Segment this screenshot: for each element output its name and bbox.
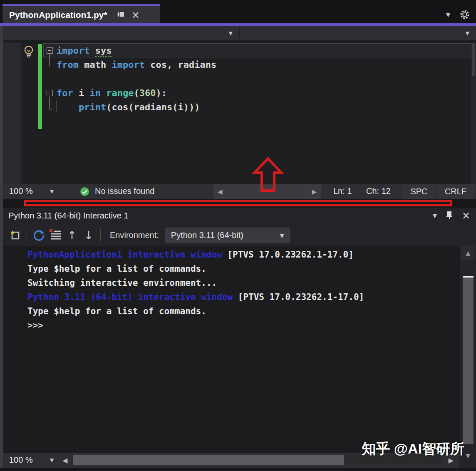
nav-project-dropdown[interactable]: ▼ [3, 26, 240, 40]
code-line[interactable]: from math import cos, radians [43, 57, 471, 72]
chevron-down-icon: ▼ [280, 233, 284, 239]
editor-zoom-level[interactable]: 100 % [9, 186, 33, 196]
close-icon[interactable]: × [131, 10, 140, 20]
close-icon[interactable]: × [462, 211, 470, 220]
environment-dropdown[interactable]: Python 3.11 (64-bit) ▼ [165, 228, 290, 243]
status-column-number[interactable]: Ch: 12 [366, 186, 391, 196]
scroll-up-icon[interactable]: ▲ [461, 246, 475, 260]
tab-pythonapplication1[interactable]: PythonApplication1.py* × [2, 4, 160, 23]
fold-extent-line [43, 72, 57, 86]
pin-icon[interactable] [445, 211, 454, 220]
gear-icon[interactable] [459, 9, 470, 20]
fold-extent-line [43, 100, 57, 114]
lightbulb-icon[interactable] [22, 45, 35, 58]
modified-lines-bar [38, 44, 42, 129]
code-lines: import sysfrom math import cos, radiansf… [43, 43, 471, 114]
window-left-edge [0, 26, 3, 468]
clear-screen-button[interactable] [47, 227, 64, 243]
nav-member-dropdown[interactable]: ▼ [240, 26, 476, 40]
tab-strip: PythonApplication1.py* × ▼ [0, 0, 476, 23]
editor-vertical-scrollbar-thumb[interactable] [472, 43, 475, 76]
code-line[interactable]: print(cos(radians(i))) [43, 100, 471, 114]
history-next-button[interactable]: ↓ [80, 227, 97, 243]
pin-icon[interactable] [117, 10, 126, 20]
scroll-left-icon[interactable]: ◀ [62, 456, 67, 464]
tab-title: PythonApplication1.py* [9, 10, 107, 20]
arrow-down-icon: ↓ [84, 229, 94, 242]
window-menu-chevron-icon[interactable]: ▼ [433, 213, 437, 219]
console-line: Switching interactive environment... [27, 276, 460, 290]
status-line-number[interactable]: Ln: 1 [333, 186, 352, 196]
chevron-down-icon: ▼ [229, 30, 233, 36]
no-issues-check-icon [80, 187, 89, 196]
code-text: import sys [57, 45, 112, 56]
breakpoint-gutter[interactable] [3, 42, 21, 184]
console-scrollbar-thumb[interactable] [463, 276, 474, 444]
fold-extent-line [43, 57, 57, 72]
toolbar-separator [100, 229, 101, 241]
console-line: Type $help for a list of commands. [27, 262, 460, 276]
code-line[interactable]: import sys [43, 43, 471, 57]
code-text: print(cos(radians(i))) [57, 102, 200, 112]
python-interactive-panel: Python 3.11 (64-bit) Interactive 1 ▼ × [3, 208, 476, 468]
environment-label: Environment: [110, 231, 159, 240]
environment-value: Python 3.11 (64-bit) [171, 231, 243, 240]
code-text: from math import cos, radians [57, 59, 216, 70]
interactive-console[interactable]: PythonApplication1 interactive window [P… [3, 246, 460, 453]
history-previous-button[interactable]: ↑ [64, 227, 80, 243]
console-vertical-scrollbar[interactable]: ▲ ▼ [461, 246, 475, 462]
console-horizontal-scrollbar-thumb[interactable] [73, 455, 344, 465]
console-line: Type $help for a list of commands. [27, 304, 460, 318]
console-line: >>> [27, 318, 460, 332]
reset-interactive-button[interactable] [30, 227, 47, 243]
code-line[interactable]: for i in range(360): [43, 86, 471, 100]
vs-window: PythonApplication1.py* × ▼ ▼ [0, 0, 476, 471]
console-line: Python 3.11 (64-bit) interactive window … [27, 290, 460, 304]
annotation-arrow-up [249, 156, 287, 193]
status-indent-mode[interactable]: SPC [402, 184, 436, 199]
watermark-text: 知乎 @AI智研所 [362, 439, 464, 459]
code-editor[interactable]: import sysfrom math import cos, radiansf… [3, 42, 476, 184]
interactive-title: Python 3.11 (64-bit) Interactive 1 [8, 211, 129, 221]
code-text: for i in range(360): [57, 88, 167, 98]
zoom-chevron-icon[interactable]: ▼ [50, 188, 54, 194]
chevron-down-icon: ▼ [466, 30, 469, 36]
interactive-toolbar: ↑ ↓ Environment: Python 3.11 (64-bit) ▼ [3, 224, 476, 246]
status-line-ending[interactable]: CRLF [436, 184, 475, 199]
scroll-left-icon[interactable]: ◀ [218, 188, 223, 196]
console-line: PythonApplication1 interactive window [P… [27, 248, 460, 262]
code-line[interactable] [43, 72, 471, 86]
interactive-zoom-level[interactable]: 100 % [9, 455, 33, 465]
issues-status-text[interactable]: No issues found [95, 186, 154, 196]
arrow-up-icon: ↑ [67, 229, 77, 242]
zoom-chevron-icon[interactable]: ▼ [50, 457, 54, 463]
document-list-chevron-icon[interactable]: ▼ [446, 12, 450, 18]
new-interactive-window-button[interactable] [7, 227, 23, 243]
annotation-highlight-rectangle [24, 200, 452, 206]
editor-vertical-scrollbar[interactable] [471, 42, 476, 184]
interactive-title-bar[interactable]: Python 3.11 (64-bit) Interactive 1 ▼ × [3, 208, 476, 224]
scroll-right-icon[interactable]: ▶ [312, 188, 317, 196]
toolbar-separator [27, 229, 27, 241]
navigation-bar: ▼ ▼ [3, 26, 476, 42]
editor-status-bar: 100 % ▼ No issues found ◀ ▶ Ln: 1 Ch: 12… [3, 184, 476, 199]
